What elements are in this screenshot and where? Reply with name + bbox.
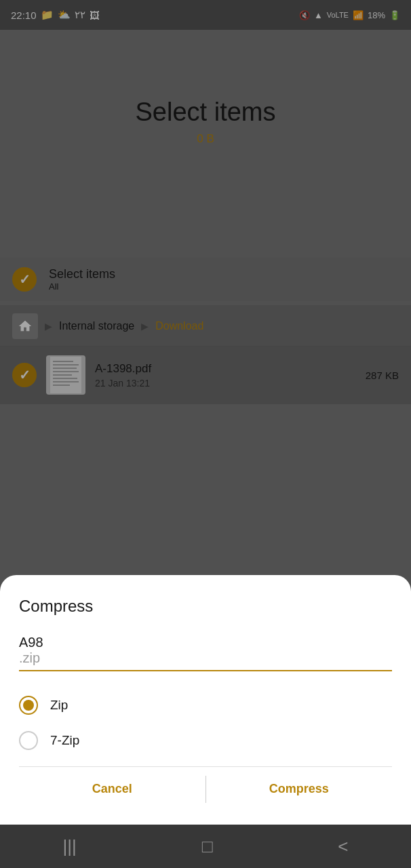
7zip-option[interactable]: 7-Zip [19,731,392,750]
7zip-radio[interactable] [19,731,38,750]
cancel-button[interactable]: Cancel [19,767,206,811]
filename-input[interactable] [19,635,392,650]
modal-overlay: Compress .zip Zip 7-Zip Cancel Compress [0,0,411,868]
dialog-actions: Cancel Compress [19,766,392,811]
7zip-label: 7-Zip [50,733,79,748]
dialog-title: Compress [19,597,392,616]
zip-option[interactable]: Zip [19,696,392,715]
compress-button[interactable]: Compress [206,767,393,811]
zip-label: Zip [50,698,68,713]
filename-suffix: .zip [19,650,40,665]
zip-radio[interactable] [19,696,38,715]
filename-input-wrapper[interactable]: .zip [19,635,392,671]
compress-dialog: Compress .zip Zip 7-Zip Cancel Compress [0,575,411,825]
